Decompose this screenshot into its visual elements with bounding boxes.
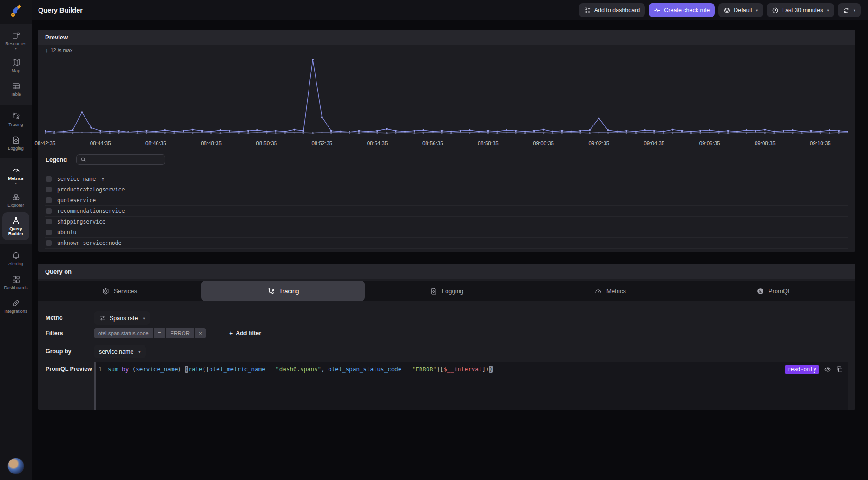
tab-metrics[interactable]: Metrics (528, 281, 692, 301)
service-name: recommendationservice (57, 208, 125, 214)
series-checkbox[interactable] (46, 230, 52, 235)
preview-panel-title: Preview (38, 30, 855, 45)
time-range-selector[interactable]: Last 30 minutes ▾ (767, 3, 834, 17)
dash0-logo[interactable] (8, 3, 24, 19)
code-token: ) (178, 366, 182, 373)
chart-data-point (672, 129, 674, 131)
chart-data-point (829, 129, 830, 131)
tab-label: Tracing (279, 288, 299, 295)
create-check-rule-button[interactable]: Create check rule (649, 3, 715, 17)
chart-data-point (219, 132, 221, 134)
filter-chip[interactable]: otel.span.status.code = ERROR × (94, 328, 206, 338)
code-token (118, 366, 122, 373)
chart-data-point (589, 132, 591, 134)
chart-data-point (367, 132, 369, 133)
series-checkbox[interactable] (46, 197, 52, 203)
chart-data-point (746, 129, 748, 131)
sidebar-item-map[interactable]: Map (2, 54, 29, 77)
legend-bar: Legend (46, 154, 165, 165)
chart-data-point (395, 132, 397, 134)
metric-dropdown[interactable]: Spans rate ▾ (94, 311, 150, 325)
dataset-selector[interactable]: Default ▾ (718, 3, 763, 17)
code-token: , (321, 366, 328, 373)
legend-row[interactable]: unknown_service:node (45, 238, 848, 249)
chart-data-point (579, 130, 581, 132)
chart-data-point (727, 130, 729, 132)
refresh-button[interactable]: ▾ (838, 3, 861, 17)
chart-data-point (801, 131, 803, 132)
sidebar-item-metrics[interactable]: Metrics ▾ (2, 162, 29, 188)
add-filter-button[interactable]: + Add filter (229, 329, 261, 337)
x-axis-tick-label: 08:42:35 (35, 140, 56, 146)
legend-row[interactable]: quoteservice (45, 195, 848, 206)
chart-data-point (247, 132, 249, 134)
chart-data-point (469, 132, 471, 134)
chart-data-point (146, 130, 148, 132)
x-axis-tick-label: 09:04:35 (644, 140, 664, 146)
code-token: sum (108, 366, 118, 373)
legend-row[interactable]: shippingservice (45, 217, 848, 227)
chart-data-point (302, 130, 304, 132)
sidebar-item-explorer[interactable]: Explorer (2, 189, 29, 212)
chart-data-point (543, 132, 545, 134)
legend-row[interactable]: productcatalogservice (45, 184, 848, 195)
chart-data-point (792, 129, 794, 131)
clock-icon (772, 7, 779, 14)
code-token (181, 366, 185, 373)
promql-editor[interactable]: 1 sum by (service_name) (rate({otel_metr… (94, 362, 848, 410)
chart-data-point (478, 132, 480, 133)
eye-icon[interactable] (824, 366, 831, 373)
chart-data-point (783, 132, 784, 133)
tracing-icon (12, 112, 20, 121)
time-range-label: Last 30 minutes (782, 7, 823, 13)
tab-tracing[interactable]: Tracing (201, 281, 365, 301)
logging-icon (430, 287, 438, 295)
sort-ascending-icon[interactable]: ↑ (101, 176, 105, 182)
legend-search-input[interactable] (89, 157, 161, 163)
chart-data-point (275, 130, 277, 132)
code-token-bracket-match: ) (489, 366, 493, 373)
table-icon (12, 82, 20, 91)
sidebar-item-resources[interactable]: Resources ▾ (2, 27, 29, 53)
pulse-icon (654, 7, 661, 14)
chart-data-point (681, 132, 683, 133)
x-axis-tick-label: 09:00:35 (533, 140, 554, 146)
user-avatar[interactable] (7, 458, 24, 474)
preview-line-chart[interactable] (45, 57, 848, 137)
chart-data-point (506, 129, 507, 131)
tab-promql[interactable]: PromQL (692, 281, 855, 301)
series-checkbox[interactable] (46, 208, 52, 214)
legend-search[interactable] (76, 154, 165, 165)
sidebar-item-dashboards[interactable]: Dashboards (2, 271, 29, 294)
sidebar-item-table[interactable]: Table (2, 78, 29, 101)
sidebar-item-logging[interactable]: Logging (2, 132, 29, 155)
chart-data-point (487, 132, 489, 134)
legend-row[interactable]: recommendationservice (45, 206, 848, 217)
service-name: unknown_service:node (57, 240, 121, 246)
chart-x-axis: 08:42:3508:44:3508:46:3508:48:3508:50:35… (45, 140, 848, 148)
sidebar-item-query-builder[interactable]: Query Builder (2, 212, 29, 240)
tab-logging[interactable]: Logging (365, 281, 528, 301)
legend-row[interactable]: ubuntu (45, 227, 848, 238)
chart-data-point (524, 131, 526, 132)
x-axis-tick-label: 08:46:35 (145, 140, 166, 146)
copy-icon[interactable] (836, 366, 843, 373)
tab-services[interactable]: Services (38, 281, 201, 301)
sidebar-item-integrations[interactable]: Integrations (2, 295, 29, 318)
filter-remove-icon[interactable]: × (195, 328, 206, 338)
series-checkbox[interactable] (46, 187, 52, 192)
sidebar-item-label: Metrics (8, 176, 23, 181)
chart-data-point (137, 131, 138, 132)
chart-data-point (561, 132, 563, 134)
group-by-dropdown[interactable]: service.name ▾ (94, 345, 146, 358)
chart-data-point (90, 132, 92, 133)
series-checkbox[interactable] (46, 219, 52, 224)
add-to-dashboard-button[interactable]: Add to dashboard (579, 3, 645, 17)
sidebar-item-alerting[interactable]: Alerting (2, 248, 29, 270)
chart-data-point (496, 131, 498, 132)
select-all-checkbox[interactable] (46, 176, 52, 182)
sidebar-item-label: Tracing (8, 122, 23, 127)
sidebar-item-tracing[interactable]: Tracing (2, 108, 29, 131)
series-checkbox[interactable] (46, 240, 52, 246)
topbar-actions: Add to dashboard Create check rule Defau… (579, 3, 868, 17)
